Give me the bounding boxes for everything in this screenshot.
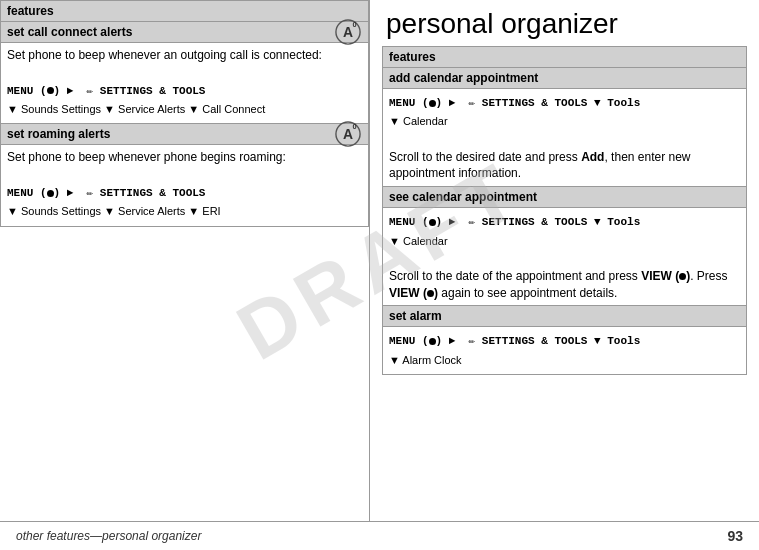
menu-path-roaming: MENU () ► ✏ SETTINGS & TOOLS <box>7 186 362 201</box>
nav-path-call-connect: ▼ Sounds Settings ▼ Service Alerts ▼ Cal… <box>7 102 362 117</box>
svg-text:0: 0 <box>352 123 356 132</box>
section-title-call-connect: set call connect alerts <box>7 25 132 39</box>
left-feature-table: features set call connect alerts A 0 <box>0 0 369 227</box>
section-title-roaming: set roaming alerts <box>7 127 110 141</box>
left-header-row: features <box>1 1 369 22</box>
right-feature-table: features add calendar appointment MENU (… <box>382 46 747 375</box>
section-title-see-calendar: see calendar appointment <box>383 187 747 208</box>
svg-text:0: 0 <box>352 20 356 29</box>
left-header-cell: features <box>1 1 369 22</box>
nav-path-see-calendar: ▼ Calendar <box>389 234 740 249</box>
content-add-calendar: MENU () ► ✏ SETTINGS & TOOLS ▼ Tools ▼ C… <box>383 89 747 187</box>
footer: other features—personal organizer 93 <box>0 521 759 550</box>
section-title-set-alarm: set alarm <box>383 306 747 327</box>
menu-path-call-connect: MENU () ► ✏ SETTINGS & TOOLS <box>7 84 362 99</box>
content-text-add-calendar: Scroll to the desired date and press Add… <box>389 150 691 181</box>
content-call-connect: Set phone to beep whenever an outgoing c… <box>1 43 369 124</box>
footer-page-number: 93 <box>727 528 743 544</box>
menu-path-add-calendar: MENU () ► ✏ SETTINGS & TOOLS ▼ Tools <box>389 96 740 111</box>
page-title: personal organizer <box>370 0 759 46</box>
nav-path-roaming: ▼ Sounds Settings ▼ Service Alerts ▼ ERI <box>7 204 362 219</box>
right-panel: personal organizer features add calendar… <box>370 0 759 521</box>
left-panel: features set call connect alerts A 0 <box>0 0 370 521</box>
footer-left-text: other features—personal organizer <box>16 529 201 543</box>
content-text-call-connect: Set phone to beep whenever an outgoing c… <box>7 48 322 62</box>
content-text-roaming: Set phone to beep whenever phone begins … <box>7 150 286 164</box>
section-see-calendar: see calendar appointment <box>383 187 747 208</box>
alert-icon-call-connect: A 0 <box>334 18 362 46</box>
right-header-row: features <box>383 47 747 68</box>
content-set-alarm: MENU () ► ✏ SETTINGS & TOOLS ▼ Tools ▼ A… <box>383 327 747 375</box>
section-title-add-calendar: add calendar appointment <box>383 68 747 89</box>
section-set-roaming-alerts: set roaming alerts A 0 <box>1 124 369 145</box>
nav-path-set-alarm: ▼ Alarm Clock <box>389 353 740 368</box>
section-add-calendar: add calendar appointment <box>383 68 747 89</box>
menu-path-see-calendar: MENU () ► ✏ SETTINGS & TOOLS ▼ Tools <box>389 215 740 230</box>
right-header-cell: features <box>383 47 747 68</box>
section-set-alarm: set alarm <box>383 306 747 327</box>
content-roaming: Set phone to beep whenever phone begins … <box>1 145 369 226</box>
alert-icon-roaming: A 0 <box>334 120 362 148</box>
content-see-calendar: MENU () ► ✏ SETTINGS & TOOLS ▼ Tools ▼ C… <box>383 208 747 306</box>
nav-path-add-calendar: ▼ Calendar <box>389 114 740 129</box>
menu-path-set-alarm: MENU () ► ✏ SETTINGS & TOOLS ▼ Tools <box>389 334 740 349</box>
content-text-see-calendar: Scroll to the date of the appointment an… <box>389 269 728 300</box>
section-set-call-connect-alerts: set call connect alerts A 0 <box>1 22 369 43</box>
